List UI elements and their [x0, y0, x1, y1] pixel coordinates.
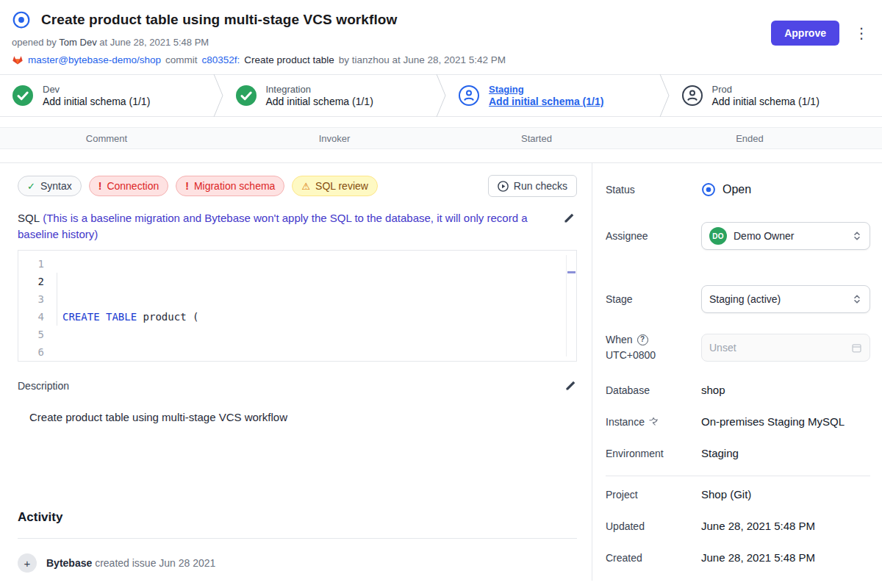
stage-name: Integration [266, 84, 373, 95]
updated-value: June 28, 2021 5:48 PM [701, 520, 815, 532]
issue-open-icon [12, 10, 31, 29]
approve-button[interactable]: Approve [771, 21, 839, 46]
activity-item: + Bytebase created issue Jun 28 2021 [18, 553, 577, 573]
when-input[interactable] [709, 342, 845, 354]
stage-separator [659, 75, 670, 116]
branch-repo-link[interactable]: master@bytebase-demo/shop [28, 54, 161, 65]
editor-gutter: 1 2 3 4 5 6 [18, 255, 54, 356]
editor-minimap[interactable] [566, 255, 576, 356]
check-icon: ✓ [27, 181, 35, 192]
instance-value: On-premises Staging MySQL [701, 415, 845, 428]
line-number: 2 [18, 273, 44, 290]
line-number: 1 [18, 255, 44, 273]
stage-task: Add initial schema (1/1) [43, 96, 150, 107]
help-icon[interactable]: ? [637, 334, 648, 345]
check-circle-icon [235, 85, 257, 107]
column-comment: Comment [0, 133, 213, 144]
line-number: 5 [18, 326, 44, 343]
assignee-avatar: DO [709, 227, 727, 245]
stage-task: Add initial schema (1/1) [712, 96, 820, 107]
check-badge-label: Syntax [40, 180, 72, 192]
stage-label: Stage [606, 293, 701, 305]
sidebar-divider [606, 476, 870, 476]
stage-value: Staging (active) [709, 293, 781, 305]
sql-section-header: SQL (This is a baseline migration and By… [18, 210, 577, 243]
line-number: 3 [18, 290, 44, 308]
description-label: Description [18, 380, 69, 392]
opened-prefix: opened by [12, 37, 57, 48]
environment-value: Staging [701, 447, 739, 459]
run-checks-label: Run checks [514, 180, 567, 192]
stage-prod[interactable]: Prod Add initial schema (1/1) [670, 75, 882, 116]
indent-guide [57, 273, 57, 326]
stage-task: Add initial schema (1/1) [266, 96, 373, 107]
database-value: shop [701, 384, 725, 396]
description-text: Create product table using multi-stage V… [18, 411, 577, 423]
pencil-icon [563, 212, 576, 224]
instance-label: Instance [606, 416, 645, 428]
issue-sidebar: Status Open Assignee DO Demo Owner [592, 163, 882, 581]
vcs-commit-line: master@bytebase-demo/shop commit c80352f… [12, 54, 870, 65]
task-table-header: Comment Invoker Started Ended [0, 127, 882, 149]
created-row: Created June 28, 2021 5:48 PM [606, 551, 870, 564]
kebab-menu-icon[interactable]: ⋮ [851, 24, 872, 42]
stage-name: Staging [489, 84, 603, 95]
opened-by-line: opened by Tom Dev at June 28, 2021 5:48 … [12, 37, 870, 48]
calendar-icon [851, 343, 862, 354]
sql-baseline-note: (This is a baseline migration and Byteba… [18, 212, 528, 240]
activity-actor: Bytebase [46, 557, 92, 569]
check-badge-connection[interactable]: ! Connection [89, 176, 169, 196]
commit-word: commit [165, 54, 198, 65]
stage-integration[interactable]: Integration Add initial schema (1/1) [223, 75, 437, 116]
stage-name: Dev [43, 84, 150, 95]
stage-select[interactable]: Staging (active) [701, 285, 870, 313]
commit-message: Create product table [244, 54, 334, 65]
edit-sql-button[interactable] [563, 212, 576, 224]
created-label: Created [606, 552, 701, 564]
stage-staging[interactable]: Staging Add initial schema (1/1) [446, 75, 659, 116]
assignee-select[interactable]: DO Demo Owner [701, 222, 870, 250]
check-badge-syntax[interactable]: ✓ Syntax [18, 176, 82, 196]
code-text: product ( [137, 311, 198, 323]
updated-row: Updated June 28, 2021 5:48 PM [606, 520, 870, 532]
sql-label: SQL [18, 212, 40, 224]
pencil-icon [564, 379, 577, 392]
line-number: 4 [18, 308, 44, 326]
person-circle-icon [458, 85, 480, 107]
database-row: Database shop [606, 384, 870, 396]
status-label: Status [606, 184, 701, 196]
when-datetime-input[interactable] [701, 334, 870, 362]
updated-label: Updated [606, 520, 701, 532]
edit-description-button[interactable] [564, 379, 577, 392]
status-open-icon [701, 182, 716, 197]
stage-separator [213, 75, 223, 116]
activity-heading: Activity [18, 510, 577, 525]
sql-editor[interactable]: 1 2 3 4 5 6 CREATE TABLE product ( id IN… [18, 250, 577, 362]
assignee-value: Demo Owner [734, 230, 794, 242]
commit-hash-link[interactable]: c80352f: [202, 54, 240, 65]
commit-author-time: by tianzhou at June 28, 2021 5:42 PM [339, 54, 506, 65]
project-label: Project [606, 489, 701, 501]
check-badge-sql-review[interactable]: ⚠ SQL review [292, 176, 378, 196]
when-label: When [606, 334, 633, 345]
check-badge-label: Connection [107, 180, 159, 192]
mysql-dolphin-icon [648, 417, 659, 426]
run-checks-button[interactable]: Run checks [488, 175, 577, 197]
environment-label: Environment [606, 448, 701, 459]
issue-header: Create product table using multi-stage V… [0, 0, 882, 65]
chevron-updown-icon [852, 230, 862, 242]
activity-divider [18, 538, 577, 539]
instance-row: Instance On-premises Staging MySQL [606, 415, 870, 428]
database-label: Database [606, 384, 701, 396]
check-circle-icon [12, 85, 34, 107]
error-icon: ! [98, 180, 102, 192]
stage-dev[interactable]: Dev Add initial schema (1/1) [0, 75, 213, 116]
column-invoker: Invoker [213, 133, 456, 144]
chevron-updown-icon [852, 293, 862, 305]
assignee-label: Assignee [606, 230, 701, 242]
activity-action: created issue Jun 28 2021 [95, 557, 215, 569]
gitlab-icon [12, 54, 24, 65]
project-value: Shop (Git) [701, 488, 751, 501]
main-panel: ✓ Syntax ! Connection ! Migration schema… [0, 163, 592, 581]
check-badge-migration-schema[interactable]: ! Migration schema [176, 176, 284, 196]
